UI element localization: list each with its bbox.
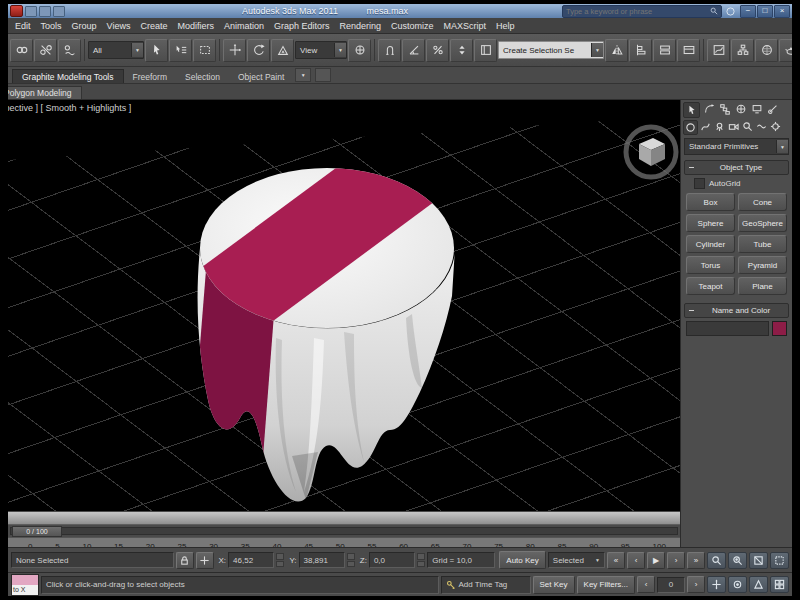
- maxscript-mini-listener[interactable]: to X: [11, 574, 39, 596]
- maximize-button[interactable]: □: [757, 5, 773, 18]
- perspective-viewport[interactable]: [ Perspective ] [ Smooth + Highlights ]: [8, 100, 680, 524]
- search-input[interactable]: [566, 7, 710, 16]
- next-key-button[interactable]: ›: [687, 576, 705, 593]
- menu-item[interactable]: Help: [491, 20, 520, 32]
- zoom-icon[interactable]: [707, 552, 726, 569]
- space-warps-category-icon[interactable]: [755, 120, 768, 133]
- ribbon-panel-polygon-modeling[interactable]: Polygon Modeling: [8, 86, 82, 99]
- hierarchy-tab-icon[interactable]: [717, 102, 732, 116]
- ribbon-tab-graphite[interactable]: Graphite Modeling Tools: [12, 69, 124, 83]
- current-frame-field[interactable]: 0: [657, 577, 685, 593]
- application-menu-button[interactable]: [10, 5, 23, 17]
- utilities-tab-icon[interactable]: [765, 102, 780, 116]
- open-file-icon[interactable]: [25, 6, 37, 17]
- selection-filter-dropdown[interactable]: All ▼: [88, 41, 144, 59]
- object-type-button[interactable]: Tube: [738, 235, 787, 253]
- create-tab-icon[interactable]: [683, 102, 700, 118]
- display-tab-icon[interactable]: [749, 102, 764, 116]
- selection-lock-icon[interactable]: [176, 552, 194, 569]
- orbit-icon[interactable]: [728, 576, 747, 593]
- graphite-ribbon-toggle-icon[interactable]: [677, 39, 700, 62]
- select-and-scale-icon[interactable]: [271, 39, 294, 62]
- menu-item[interactable]: Create: [135, 20, 172, 32]
- add-time-tag-field[interactable]: Add Time Tag: [441, 576, 531, 594]
- menu-item[interactable]: Tools: [36, 20, 67, 32]
- motion-tab-icon[interactable]: [733, 102, 748, 116]
- object-type-button[interactable]: Torus: [686, 256, 735, 274]
- close-button[interactable]: ×: [774, 5, 790, 18]
- minimize-button[interactable]: −: [740, 5, 756, 18]
- menu-item[interactable]: Modifiers: [172, 20, 219, 32]
- previous-key-button[interactable]: ‹: [637, 576, 655, 593]
- ribbon-minimize-icon[interactable]: ▼: [295, 68, 311, 82]
- name-and-color-rollout[interactable]: Name and Color: [684, 303, 789, 318]
- go-to-end-button[interactable]: »: [687, 552, 705, 569]
- object-type-rollout[interactable]: Object Type: [684, 160, 789, 175]
- z-spinner[interactable]: [417, 553, 425, 567]
- select-by-name-icon[interactable]: [169, 39, 192, 62]
- z-coordinate-field[interactable]: 0,0: [369, 552, 415, 568]
- ribbon-tab-freeform[interactable]: Freeform: [124, 70, 176, 83]
- object-type-button[interactable]: Cone: [738, 193, 787, 211]
- select-and-move-icon[interactable]: [223, 39, 246, 62]
- use-pivot-point-icon[interactable]: [348, 39, 371, 62]
- snaps-toggle-icon[interactable]: [378, 39, 401, 62]
- menu-item[interactable]: Customize: [386, 20, 439, 32]
- zoom-region-icon[interactable]: [770, 552, 789, 569]
- object-type-button[interactable]: GeoSphere: [738, 214, 787, 232]
- y-coordinate-field[interactable]: 38,891: [299, 552, 345, 568]
- menu-item[interactable]: Views: [102, 20, 136, 32]
- align-icon[interactable]: [629, 39, 652, 62]
- undo-icon[interactable]: [53, 6, 65, 17]
- ribbon-display-toggle-icon[interactable]: [315, 68, 331, 82]
- key-mode-dropdown[interactable]: Selected ▼: [548, 552, 605, 568]
- object-name-field[interactable]: [686, 321, 769, 336]
- select-object-icon[interactable]: [145, 39, 168, 62]
- infocenter-search[interactable]: [562, 5, 722, 18]
- object-type-button[interactable]: Plane: [738, 277, 787, 295]
- curve-editor-icon[interactable]: [707, 39, 730, 62]
- rectangular-selection-region-icon[interactable]: [193, 39, 216, 62]
- x-spinner[interactable]: [276, 553, 284, 567]
- select-and-link-icon[interactable]: [10, 39, 33, 62]
- lights-category-icon[interactable]: [713, 120, 726, 133]
- menu-item[interactable]: Rendering: [335, 20, 387, 32]
- named-selection-dropdown[interactable]: Create Selection Se ▼: [498, 41, 604, 59]
- help-icon[interactable]: [725, 6, 736, 16]
- time-slider-handle[interactable]: 0 / 100: [12, 526, 62, 537]
- mirror-icon[interactable]: [605, 39, 628, 62]
- zoom-all-icon[interactable]: [728, 552, 747, 569]
- object-type-button[interactable]: Cylinder: [686, 235, 735, 253]
- shapes-category-icon[interactable]: [699, 120, 712, 133]
- go-to-start-button[interactable]: «: [607, 552, 625, 569]
- ribbon-tab-object-paint[interactable]: Object Paint: [229, 70, 293, 83]
- menu-item[interactable]: MAXScript: [439, 20, 492, 32]
- time-slider[interactable]: 0 / 100: [8, 524, 680, 537]
- edit-named-selection-sets-icon[interactable]: [474, 39, 497, 62]
- angle-snap-icon[interactable]: [402, 39, 425, 62]
- helpers-category-icon[interactable]: [741, 120, 754, 133]
- menu-item[interactable]: Edit: [10, 20, 36, 32]
- geometry-category-icon[interactable]: [683, 120, 698, 135]
- reference-coordinate-dropdown[interactable]: View ▼: [295, 41, 347, 59]
- menu-item[interactable]: Group: [67, 20, 102, 32]
- absolute-mode-icon[interactable]: [196, 552, 214, 569]
- maximize-viewport-icon[interactable]: [770, 576, 789, 593]
- schematic-view-icon[interactable]: [731, 39, 754, 62]
- object-type-button[interactable]: Teapot: [686, 277, 735, 295]
- y-spinner[interactable]: [347, 553, 355, 567]
- key-filters-button[interactable]: Key Filters...: [577, 576, 635, 594]
- listener-line[interactable]: to X: [12, 585, 38, 595]
- menu-item[interactable]: Animation: [219, 20, 269, 32]
- zoom-extents-icon[interactable]: [749, 552, 768, 569]
- field-of-view-icon[interactable]: [749, 576, 768, 593]
- layer-manager-icon[interactable]: [653, 39, 676, 62]
- percent-snap-icon[interactable]: [426, 39, 449, 62]
- systems-category-icon[interactable]: [769, 120, 782, 133]
- primitives-dropdown[interactable]: Standard Primitives ▼: [684, 138, 789, 155]
- macro-recorder-line[interactable]: [12, 575, 38, 585]
- unlink-selection-icon[interactable]: [34, 39, 57, 62]
- spinner-snap-icon[interactable]: [450, 39, 473, 62]
- render-setup-icon[interactable]: [779, 39, 792, 62]
- pan-icon[interactable]: [707, 576, 726, 593]
